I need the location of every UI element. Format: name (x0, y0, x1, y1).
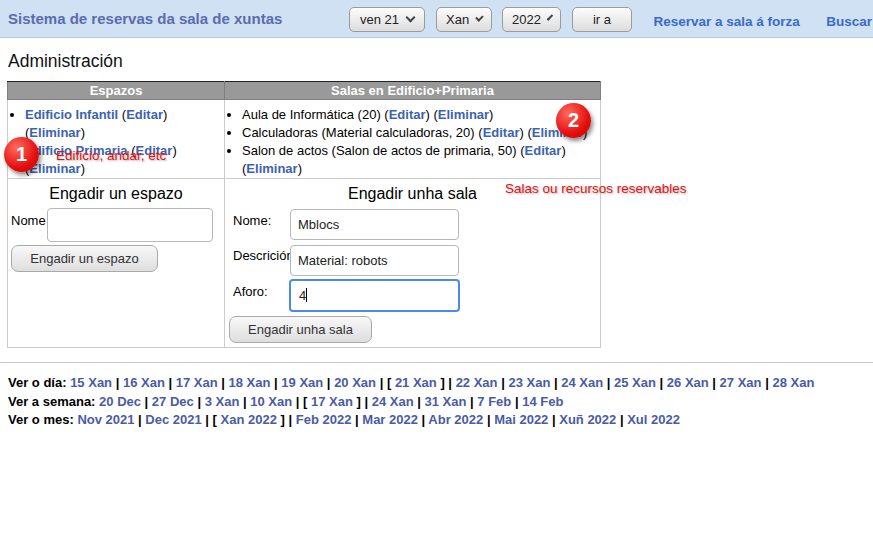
footer-nav-link[interactable]: 3 Xan (205, 394, 240, 409)
year-select[interactable]: 2022 (502, 7, 561, 32)
footer-nav-link[interactable]: 19 Xan (281, 375, 323, 390)
room-name-input[interactable] (290, 209, 459, 240)
banner-links: Reservar a sala á forza Buscar (631, 12, 872, 30)
espazos-column-header: Espazos (8, 82, 225, 100)
footer-nav-link[interactable]: 27 Dec (152, 394, 194, 409)
separator: | (483, 412, 494, 427)
separator: | (239, 394, 250, 409)
espazo-delete-link[interactable]: Eliminar (29, 161, 80, 176)
separator: | (270, 375, 281, 390)
footer-nav-link[interactable]: Xuñ 2022 (559, 412, 616, 427)
separator: | (511, 394, 522, 409)
separator: | (498, 375, 509, 390)
footer-nav-link[interactable]: 7 Feb (477, 394, 511, 409)
separator: | (616, 412, 627, 427)
separator: | (194, 394, 205, 409)
espazo-edit-link[interactable]: Editar (126, 107, 163, 122)
footer-nav-link[interactable]: 23 Xan (508, 375, 550, 390)
area-name-input[interactable] (47, 208, 213, 242)
footer-nav-label: Ver o mes: (8, 412, 77, 427)
sala-name: Salon de actos (Salon de actos de primar… (242, 143, 517, 158)
bracket-open: [ (387, 375, 395, 390)
room-capacity-value: 4 (299, 288, 306, 303)
footer-nav-link[interactable]: 24 Xan (372, 394, 414, 409)
room-name-label: Nome: (233, 213, 271, 228)
footer-nav-link[interactable]: 18 Xan (229, 375, 271, 390)
footer-nav-link[interactable]: 31 Xan (425, 394, 467, 409)
month-select[interactable]: Xan (436, 7, 492, 32)
separator: | (323, 375, 334, 390)
footer-nav-row: Ver a semana: 20 Dec | 27 Dec | 3 Xan | … (8, 393, 873, 412)
sala-delete-link[interactable]: Eliminar (438, 107, 489, 122)
top-banner: Sistema de reservas da sala de xuntas ve… (0, 0, 873, 38)
force-book-link[interactable]: Reservar a sala á forza (653, 14, 799, 29)
footer-nav-link[interactable]: 17 Xan (176, 375, 218, 390)
area-name-label: Nome (11, 213, 46, 228)
footer-nav-link[interactable]: Nov 2021 (77, 412, 134, 427)
text-caret (306, 288, 307, 302)
chevron-down-icon (406, 13, 416, 23)
footer-nav-link[interactable]: 27 Xan (720, 375, 762, 390)
room-capacity-input[interactable]: 4 (289, 279, 460, 312)
separator: | (351, 412, 362, 427)
sala-edit-link[interactable]: Editar (389, 107, 426, 122)
footer-nav-link[interactable]: 16 Xan (123, 375, 165, 390)
sala-name: Aula de Informática (20) (242, 107, 381, 122)
footer-nav-row: Ver o día: 15 Xan | 16 Xan | 17 Xan | 18… (8, 374, 873, 393)
espazo-link[interactable]: Edificio Infantil (25, 107, 118, 122)
sala-edit-link[interactable]: Editar (525, 143, 562, 158)
footer-nav-link[interactable]: Feb 2022 (296, 412, 352, 427)
footer-nav-link[interactable]: Abr 2022 (428, 412, 483, 427)
separator: | (376, 375, 387, 390)
footer-nav: Ver o día: 15 Xan | 16 Xan | 17 Xan | 18… (8, 374, 873, 430)
day-select[interactable]: ven 21 (349, 7, 425, 32)
year-select-value: 2022 (512, 12, 541, 27)
footer-nav-link[interactable]: Mar 2022 (362, 412, 418, 427)
add-room-button[interactable]: Engadir unha sala (229, 316, 372, 343)
footer-nav-link[interactable]: Xul 2022 (627, 412, 680, 427)
espazo-item: Edificio Infantil (Editar) (Eliminar) (25, 106, 224, 142)
footer-nav-link[interactable]: Xan 2022 (221, 412, 277, 427)
footer-nav-link[interactable]: 22 Xan (456, 375, 498, 390)
footer-nav-link[interactable]: 10 Xan (250, 394, 292, 409)
footer-nav-row: Ver o mes: Nov 2021 | Dec 2021 | [ Xan 2… (8, 411, 873, 430)
bracket-open: [ (213, 412, 221, 427)
footer-nav-link[interactable]: Mai 2022 (494, 412, 548, 427)
salas-list: Aula de Informática (20) (Editar) (Elimi… (225, 106, 600, 178)
espazo-delete-link[interactable]: Eliminar (29, 125, 80, 140)
chevron-down-icon (547, 14, 553, 20)
footer-nav-link[interactable]: 20 Dec (99, 394, 141, 409)
add-area-button[interactable]: Engadir un espazo (11, 245, 158, 272)
separator: | (709, 375, 720, 390)
annotation-marker-1: 1 (4, 137, 39, 172)
footer-nav-label: Ver a semana: (8, 394, 99, 409)
footer-nav-link[interactable]: 26 Xan (667, 375, 709, 390)
footer-nav-link[interactable]: 14 Feb (522, 394, 563, 409)
separator: | (202, 412, 213, 427)
footer-nav-link[interactable]: 24 Xan (561, 375, 603, 390)
month-select-value: Xan (446, 12, 469, 27)
goto-button[interactable]: ir a (572, 7, 632, 32)
espazos-cell: Edificio Infantil (Editar) (Eliminar)Edi… (8, 100, 225, 179)
annotation-note-espazos: Edificio, andar, etc (56, 148, 166, 163)
separator: | (603, 375, 614, 390)
separator: | (550, 375, 561, 390)
bracket-close: ] (437, 375, 445, 390)
footer-nav-link[interactable]: 17 Xan (311, 394, 353, 409)
sala-edit-link[interactable]: Editar (483, 125, 520, 140)
separator: | (361, 394, 372, 409)
footer-nav-link[interactable]: 15 Xan (70, 375, 112, 390)
footer-nav-link[interactable]: Dec 2021 (145, 412, 201, 427)
footer-nav-link[interactable]: 20 Xan (334, 375, 376, 390)
footer-nav-link[interactable]: 28 Xan (772, 375, 814, 390)
room-description-input[interactable] (290, 245, 459, 276)
footer-nav-link[interactable]: 21 Xan (395, 375, 437, 390)
separator: | (466, 394, 477, 409)
search-link[interactable]: Buscar (826, 14, 872, 29)
separator: | (418, 412, 428, 427)
footer-nav-link[interactable]: 25 Xan (614, 375, 656, 390)
sala-delete-link[interactable]: Eliminar (246, 161, 297, 176)
annotation-marker-2: 2 (556, 103, 591, 138)
add-area-heading: Engadir un espazo (8, 185, 224, 203)
espazos-list: Edificio Infantil (Editar) (Eliminar)Edi… (8, 106, 224, 178)
